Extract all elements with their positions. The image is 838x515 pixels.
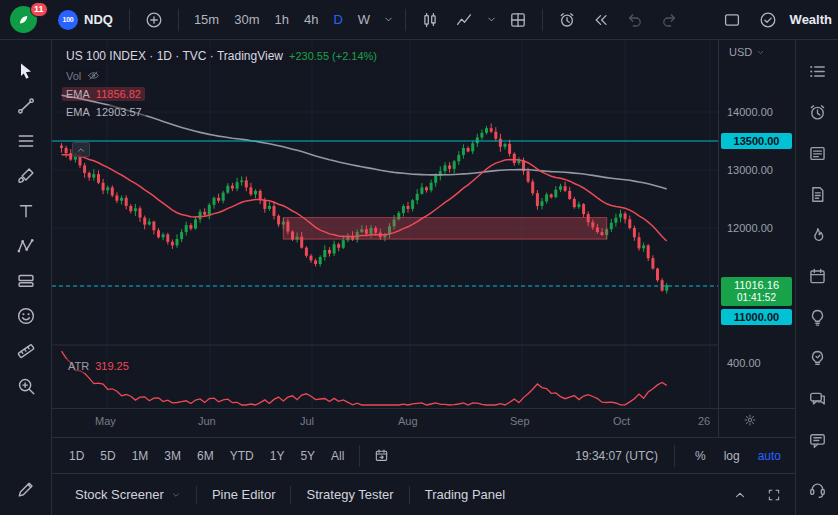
volume-legend[interactable]: Vol <box>62 68 104 83</box>
long-position-icon[interactable] <box>9 264 43 297</box>
range-5d[interactable]: 5D <box>93 445 122 467</box>
help-icon[interactable] <box>802 475 832 505</box>
edit-pencil-icon[interactable] <box>9 472 43 505</box>
pane-collapse-button[interactable] <box>72 142 90 157</box>
tab-stock-screener[interactable]: Stock Screener <box>60 474 196 515</box>
streams-icon[interactable] <box>802 343 832 373</box>
chart-area: US 100 INDEX · 1D · TVC · TradingView +2… <box>52 40 795 437</box>
range-3m[interactable]: 3M <box>157 445 188 467</box>
symbol-logo: 100 <box>58 10 78 30</box>
text-icon[interactable] <box>9 194 43 227</box>
alerts-icon[interactable] <box>802 97 832 127</box>
time-axis[interactable]: MayJunJulAugSepOct26 <box>52 408 718 437</box>
replay-icon[interactable] <box>585 5 617 35</box>
level-price-badge[interactable]: 11000.00 <box>721 309 792 325</box>
zoom-icon[interactable] <box>9 369 43 402</box>
redo-icon[interactable] <box>653 5 685 35</box>
notification-badge[interactable]: 11 <box>30 2 48 17</box>
alert-clock-icon[interactable] <box>551 5 583 35</box>
gear-icon[interactable] <box>743 413 757 427</box>
tab-trading-panel[interactable]: Trading Panel <box>410 474 520 515</box>
volume-label: Vol <box>66 70 81 82</box>
range-group: 1D5D1M3M6MYTD1Y5YAll <box>62 445 351 467</box>
atr-legend[interactable]: ATR 319.25 <box>64 359 133 373</box>
tradingview-window: 11 100 NDQ 15m30m1h4hDW Wealth <box>0 0 838 515</box>
tab-strategy-tester[interactable]: Strategy Tester <box>291 474 408 515</box>
undo-icon[interactable] <box>619 5 651 35</box>
separator <box>674 445 675 467</box>
top-toolbar: 11 100 NDQ 15m30m1h4hDW Wealth <box>0 0 838 40</box>
level-price-badge[interactable]: 13500.00 <box>721 133 792 149</box>
candles-icon[interactable] <box>414 5 446 35</box>
range-1y[interactable]: 1Y <box>263 445 292 467</box>
ema-label: EMA <box>66 106 90 118</box>
trend-line-icon[interactable] <box>9 89 43 122</box>
topbar-left: 11 100 NDQ 15m30m1h4hDW <box>6 2 685 38</box>
range-1m[interactable]: 1M <box>125 445 156 467</box>
messages-icon[interactable] <box>802 425 832 455</box>
account-label[interactable]: Wealth <box>790 12 832 27</box>
panel-expand-icon[interactable] <box>727 482 753 508</box>
brush-icon[interactable] <box>9 159 43 192</box>
cursor-icon[interactable] <box>9 54 43 87</box>
chart-pane[interactable]: US 100 INDEX · 1D · TVC · TradingView +2… <box>52 40 718 437</box>
xabcd-pattern-icon[interactable] <box>9 229 43 262</box>
time-label: 26 <box>698 415 710 427</box>
layout-grid-icon[interactable] <box>502 5 534 35</box>
ema-fast-value: 11856.82 <box>96 88 141 100</box>
fib-retracement-icon[interactable] <box>9 124 43 157</box>
timeframe-4h[interactable]: 4h <box>297 7 325 32</box>
time-label: Jul <box>300 415 314 427</box>
separator <box>359 445 360 467</box>
window-icon[interactable] <box>716 5 748 35</box>
range-6m[interactable]: 6M <box>190 445 221 467</box>
hotlists-icon[interactable] <box>802 220 832 250</box>
calendar-icon[interactable] <box>802 261 832 291</box>
timeframe-15m[interactable]: 15m <box>187 7 226 32</box>
ema-slow-legend[interactable]: EMA 12903.57 <box>62 105 146 119</box>
tab-pine-editor[interactable]: Pine Editor <box>197 474 291 515</box>
compare-add-icon[interactable] <box>138 5 170 35</box>
symbol-name: NDQ <box>84 12 113 27</box>
ideas-icon[interactable] <box>802 302 832 332</box>
screener-icon[interactable] <box>802 138 832 168</box>
chevron-down-icon <box>756 48 765 57</box>
go-to-date-icon[interactable] <box>368 443 394 469</box>
ema-fast-legend[interactable]: EMA 11856.82 <box>62 87 145 101</box>
range-1d[interactable]: 1D <box>62 445 91 467</box>
ruler-icon[interactable] <box>9 334 43 367</box>
price-label: 12000.00 <box>719 221 795 235</box>
range-5y[interactable]: 5Y <box>293 445 322 467</box>
chat-icon[interactable] <box>802 384 832 414</box>
chevron-down-icon[interactable] <box>482 5 500 35</box>
chart-action-group <box>551 5 685 35</box>
atr-scale-label: 400.00 <box>719 356 795 370</box>
main-row: US 100 INDEX · 1D · TVC · TradingView +2… <box>0 40 838 515</box>
range-toolbar-right: 19:34:07 (UTC) % log auto <box>575 445 785 467</box>
fullscreen-icon[interactable] <box>761 482 787 508</box>
cloud-check-icon[interactable] <box>752 5 784 35</box>
timeframe-30m[interactable]: 30m <box>227 7 266 32</box>
timeframe-1h[interactable]: 1h <box>267 7 295 32</box>
eye-hidden-icon[interactable] <box>87 69 100 82</box>
time-label: Oct <box>613 415 630 427</box>
auto-scale-button[interactable]: auto <box>754 446 785 466</box>
symbol-title[interactable]: US 100 INDEX · 1D · TVC · TradingView <box>66 49 283 63</box>
currency-selector[interactable]: USD <box>719 46 795 58</box>
range-all[interactable]: All <box>324 445 351 467</box>
clock-utc[interactable]: 19:34:07 (UTC) <box>575 449 658 463</box>
percent-scale-button[interactable]: % <box>691 446 710 466</box>
timeframe-d[interactable]: D <box>326 7 349 32</box>
timeframe-chevron-down-icon[interactable] <box>379 5 397 35</box>
line-chart-icon[interactable] <box>448 5 480 35</box>
chevron-down-icon <box>171 490 181 500</box>
watchlist-icon[interactable] <box>802 56 832 86</box>
symbol-search-button[interactable]: 100 NDQ <box>50 6 121 34</box>
emoji-icon[interactable] <box>9 299 43 332</box>
log-scale-button[interactable]: log <box>720 446 744 466</box>
notes-icon[interactable] <box>802 179 832 209</box>
price-axis[interactable]: USD 14000.0013000.0012000.0013500.001101… <box>718 40 795 437</box>
range-ytd[interactable]: YTD <box>223 445 261 467</box>
broker-logo[interactable]: 11 <box>6 2 48 38</box>
timeframe-w[interactable]: W <box>351 7 377 32</box>
